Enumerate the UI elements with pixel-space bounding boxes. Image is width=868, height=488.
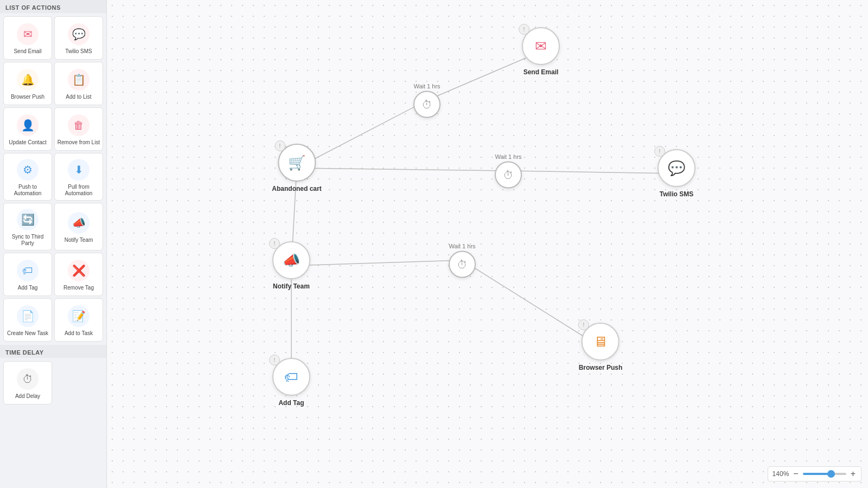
flow-connections (107, 0, 868, 488)
send-email-icon: ✉ (17, 23, 39, 45)
sidebar-item-add-to-list[interactable]: 📋 Add to List (54, 62, 103, 105)
send-email-label: Send Email (14, 48, 41, 55)
node-icon-browser-push: 🖥 (593, 333, 608, 350)
push-automation-label: Push to Automation (6, 184, 49, 197)
sidebar-item-add-tag[interactable]: 🏷 Add Tag (3, 253, 52, 296)
zoom-in-button[interactable]: + (850, 469, 857, 479)
sidebar-item-sync-third-party[interactable]: 🔄 Sync to Third Party (3, 203, 52, 251)
remove-tag-label: Remove Tag (63, 285, 94, 291)
node-label-browser-push: Browser Push (579, 364, 623, 371)
node-label-add-tag: Add Tag (278, 399, 304, 407)
svg-line-2 (297, 168, 508, 171)
node-label-send-email: Send Email (524, 68, 559, 76)
sidebar-item-notify-team[interactable]: 📣 Notify Team (54, 203, 103, 251)
wait-label-wait-3: Wait 1 hrs (449, 243, 475, 249)
flow-node-twilio-sms[interactable]: ! 💬 Twilio SMS (658, 149, 695, 198)
update-contact-icon: 👤 (17, 114, 39, 136)
add-delay-label: Add Delay (15, 393, 40, 400)
add-to-list-label: Add to List (66, 94, 91, 100)
sidebar: LIST OF ACTIONS ✉ Send Email 💬 Twilio SM… (0, 0, 107, 488)
sidebar-item-remove-from-list[interactable]: 🗑 Remove from List (54, 107, 103, 151)
svg-line-5 (291, 260, 462, 266)
sidebar-item-add-to-task[interactable]: 📝 Add to Task (54, 298, 103, 342)
node-warning-add-tag: ! (269, 355, 280, 365)
remove-from-list-label: Remove from List (58, 139, 100, 146)
add-delay-icon: ⏱ (17, 368, 39, 390)
flow-node-browser-push[interactable]: ! 🖥 Browser Push (579, 323, 623, 371)
svg-line-3 (508, 171, 676, 174)
push-automation-icon: ⚙ (17, 159, 39, 181)
node-icon-twilio-sms: 💬 (668, 160, 685, 177)
wait-label-wait-2: Wait 1 hrs (495, 153, 521, 160)
create-new-task-label: Create New Task (7, 330, 48, 337)
node-circle-twilio-sms: ! 💬 (658, 149, 695, 187)
sync-third-party-label: Sync to Third Party (6, 234, 49, 247)
flow-node-wait-3[interactable]: Wait 1 hrs ⏱ (449, 243, 476, 278)
flow-node-abandoned-cart[interactable]: ! 🛒 Abandoned cart (272, 144, 321, 192)
pull-automation-icon: ⬇ (68, 159, 90, 181)
node-icon-abandoned-cart: 🛒 (288, 155, 305, 171)
flow-node-send-email[interactable]: ! ✉ Send Email (522, 27, 560, 76)
node-circle-send-email: ! ✉ (522, 27, 560, 65)
sidebar-item-update-contact[interactable]: 👤 Update Contact (3, 107, 52, 151)
node-warning-browser-push: ! (578, 319, 589, 330)
node-circle-browser-push: ! 🖥 (582, 323, 620, 361)
notify-team-label: Notify Team (65, 237, 93, 243)
sidebar-item-send-email[interactable]: ✉ Send Email (3, 16, 52, 60)
browser-push-icon: 🔔 (17, 69, 39, 91)
add-to-list-icon: 📋 (68, 69, 90, 91)
twilio-sms-label: Twilio SMS (65, 48, 92, 55)
zoom-out-button[interactable]: − (792, 469, 799, 479)
sidebar-section-actions: LIST OF ACTIONS (0, 0, 106, 13)
add-to-task-icon: 📝 (68, 305, 90, 327)
sidebar-item-remove-tag[interactable]: ❌ Remove Tag (54, 253, 103, 296)
node-label-twilio-sms: Twilio SMS (660, 190, 693, 198)
node-circle-notify-team: ! 📣 (272, 241, 310, 279)
add-to-task-label: Add to Task (65, 330, 93, 337)
node-warning-notify-team: ! (269, 238, 280, 249)
sidebar-item-push-automation[interactable]: ⚙ Push to Automation (3, 153, 52, 201)
sidebar-section-delay: TIME DELAY (0, 345, 106, 358)
node-icon-add-tag: 🏷 (284, 369, 298, 386)
flow-node-wait-2[interactable]: Wait 1 hrs ⏱ (495, 153, 522, 189)
zoom-bar: 140% − + (768, 466, 861, 481)
remove-from-list-icon: 🗑 (68, 114, 90, 136)
sidebar-item-pull-automation[interactable]: ⬇ Pull from Automation (54, 153, 103, 201)
sync-third-party-icon: 🔄 (17, 209, 39, 230)
sidebar-item-browser-push[interactable]: 🔔 Browser Push (3, 62, 52, 105)
flow-node-notify-team[interactable]: ! 📣 Notify Team (272, 241, 310, 290)
update-contact-label: Update Contact (9, 139, 47, 146)
create-new-task-icon: 📄 (17, 305, 39, 327)
wait-circle-wait-1: ⏱ (413, 91, 441, 118)
browser-push-label: Browser Push (11, 94, 44, 100)
pull-automation-label: Pull from Automation (57, 184, 100, 197)
sidebar-delay-grid: ⏱ Add Delay (0, 358, 106, 408)
sidebar-item-twilio-sms[interactable]: 💬 Twilio SMS (54, 16, 103, 60)
zoom-level: 140% (773, 470, 789, 478)
node-label-abandoned-cart: Abandoned cart (272, 185, 321, 192)
add-tag-icon: 🏷 (17, 260, 39, 281)
add-tag-label: Add Tag (18, 285, 38, 291)
sidebar-item-create-new-task[interactable]: 📄 Create New Task (3, 298, 52, 342)
wait-circle-wait-2: ⏱ (495, 162, 522, 189)
notify-team-icon: 📣 (68, 212, 90, 234)
node-label-notify-team: Notify Team (273, 282, 310, 290)
node-warning-abandoned-cart: ! (275, 140, 285, 151)
node-icon-send-email: ✉ (535, 38, 547, 55)
sidebar-item-add-delay[interactable]: ⏱ Add Delay (3, 361, 52, 404)
remove-tag-icon: ❌ (68, 260, 90, 281)
node-circle-abandoned-cart: ! 🛒 (278, 144, 316, 182)
node-circle-add-tag: ! 🏷 (272, 358, 310, 396)
flow-canvas: 140% − + ! 🛒 Abandoned cart Wait 1 hrs ⏱… (107, 0, 868, 488)
sidebar-actions-grid: ✉ Send Email 💬 Twilio SMS 🔔 Browser Push… (0, 13, 106, 345)
node-warning-twilio-sms: ! (654, 146, 665, 157)
twilio-sms-icon: 💬 (68, 23, 90, 45)
flow-node-add-tag[interactable]: ! 🏷 Add Tag (272, 358, 310, 407)
zoom-slider[interactable] (803, 473, 846, 475)
flow-node-wait-1[interactable]: Wait 1 hrs ⏱ (413, 83, 441, 118)
wait-label-wait-1: Wait 1 hrs (413, 83, 440, 89)
node-icon-notify-team: 📣 (283, 252, 300, 269)
wait-circle-wait-3: ⏱ (449, 251, 476, 278)
node-warning-send-email: ! (519, 24, 529, 35)
